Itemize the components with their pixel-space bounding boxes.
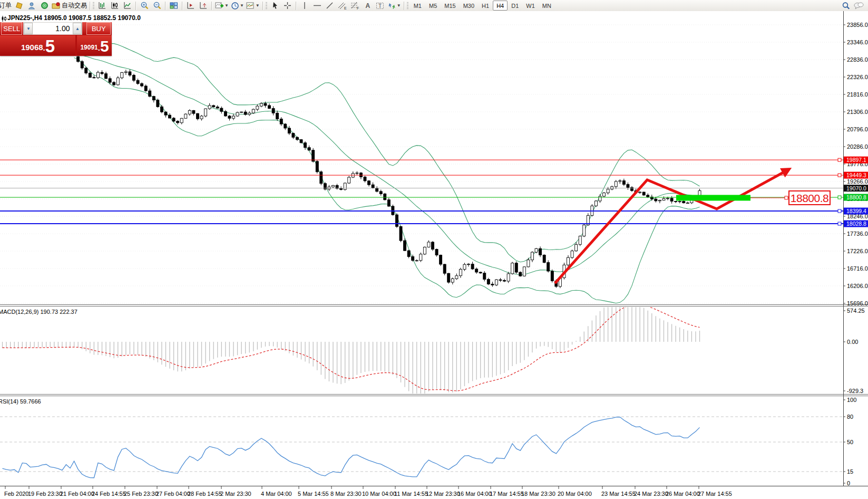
clock-icon bbox=[231, 2, 239, 10]
chat-button[interactable] bbox=[852, 1, 865, 11]
chart-shift-button[interactable] bbox=[197, 1, 210, 11]
buy-price-big-digit: 5 bbox=[100, 39, 109, 54]
zoom-in-icon bbox=[140, 2, 149, 10]
svg-text:20796.0: 20796.0 bbox=[847, 126, 868, 132]
svg-text:21 Feb 04:00: 21 Feb 04:00 bbox=[60, 491, 94, 497]
arrows-icon bbox=[388, 2, 396, 9]
svg-text:-929.3: -929.3 bbox=[847, 388, 863, 394]
channel-tool-button[interactable]: E bbox=[336, 1, 349, 11]
dropdown-caret-icon: ▼ bbox=[256, 3, 260, 8]
svg-text:2 Mar 23:30: 2 Mar 23:30 bbox=[220, 491, 251, 497]
svg-text:27 Feb 04:00: 27 Feb 04:00 bbox=[156, 491, 190, 497]
market-watch-button[interactable] bbox=[13, 1, 25, 11]
trend-forecast-arrow[interactable] bbox=[555, 169, 789, 283]
level-lines[interactable] bbox=[0, 160, 843, 224]
text-tool-button[interactable]: A bbox=[362, 1, 374, 11]
horizontal-line-tool-button[interactable] bbox=[311, 1, 324, 11]
toolbar-separator bbox=[165, 2, 166, 10]
svg-text:19897.1: 19897.1 bbox=[846, 157, 866, 163]
main-toolbar: 订单 自动交易 bbox=[0, 0, 868, 12]
toolbar-grip bbox=[407, 2, 408, 9]
main-grid bbox=[0, 25, 843, 303]
arrows-tool-button[interactable]: ▼ bbox=[387, 1, 402, 11]
volume-increase-button[interactable]: ▲ bbox=[73, 23, 82, 34]
bar-chart-mode-button[interactable] bbox=[96, 1, 109, 11]
search-button[interactable] bbox=[840, 1, 852, 11]
svg-text:Feb 2020: Feb 2020 bbox=[4, 491, 28, 497]
svg-text:18800.8: 18800.8 bbox=[846, 194, 866, 200]
crosshair-tool-button[interactable] bbox=[281, 1, 294, 11]
new-order-button[interactable]: 订单 bbox=[0, 1, 13, 11]
timeframe-button-w1[interactable]: W1 bbox=[522, 1, 539, 11]
sell-button[interactable]: SELL bbox=[1, 22, 22, 35]
support-zone-bar[interactable] bbox=[676, 195, 750, 201]
timeframe-button-mn[interactable]: MN bbox=[539, 1, 555, 11]
zoom-in-button[interactable] bbox=[138, 1, 151, 11]
radar-icon bbox=[41, 2, 48, 9]
macd-indicator-label: MACD(12,26,9) 190.73 222.37 bbox=[0, 309, 77, 315]
timeframe-button-h4[interactable]: H4 bbox=[493, 1, 508, 11]
chart-canvas[interactable]: 23856.023346.022836.022326.021816.021306… bbox=[0, 11, 868, 499]
trendline-icon bbox=[326, 2, 334, 9]
svg-text:23856.0: 23856.0 bbox=[847, 22, 868, 28]
bar-chart-icon bbox=[98, 2, 106, 9]
auto-scroll-button[interactable] bbox=[184, 1, 197, 11]
autotrade-icon bbox=[52, 2, 60, 9]
chart-region[interactable]: 23856.023346.022836.022326.021816.021306… bbox=[0, 11, 868, 499]
line-chart-mode-button[interactable] bbox=[121, 1, 134, 11]
buy-price-box[interactable]: 19091.5 bbox=[77, 35, 112, 55]
sell-price-box[interactable]: 19068.5 bbox=[0, 35, 75, 55]
rsi-panel bbox=[0, 417, 843, 478]
fibo-letter: F bbox=[357, 6, 359, 10]
line-chart-icon bbox=[123, 2, 132, 9]
autotrade-toggle-button[interactable]: 自动交易 bbox=[51, 1, 88, 11]
timeframe-button-m1[interactable]: M1 bbox=[410, 1, 425, 11]
svg-text:4 Mar 04:00: 4 Mar 04:00 bbox=[261, 491, 292, 497]
volume-decrease-button[interactable]: ▼ bbox=[24, 23, 33, 34]
tile-windows-icon bbox=[170, 2, 178, 9]
svg-text:17 Mar 14:55: 17 Mar 14:55 bbox=[490, 491, 524, 497]
volume-input[interactable]: 1.00 bbox=[33, 23, 73, 34]
label-tool-button[interactable]: T bbox=[374, 1, 387, 11]
add-indicator-button[interactable]: ▼ bbox=[214, 1, 230, 11]
timeframe-toolbar: M1M5M15M30H1H4D1W1MN bbox=[410, 1, 555, 11]
svg-text:19266.0: 19266.0 bbox=[847, 178, 868, 185]
svg-text:21306.0: 21306.0 bbox=[847, 109, 868, 115]
svg-text:26 Mar 04:00: 26 Mar 04:00 bbox=[666, 491, 700, 497]
big-price-label[interactable]: 18800.8 bbox=[789, 191, 830, 205]
time-axis[interactable]: Feb 202019 Feb 23:3021 Feb 04:0024 Feb 1… bbox=[4, 486, 732, 497]
periods-button[interactable]: ▼ bbox=[230, 1, 245, 11]
svg-text:27 Mar 14:55: 27 Mar 14:55 bbox=[698, 491, 732, 497]
svg-text:24 Feb 14:55: 24 Feb 14:55 bbox=[92, 491, 126, 497]
zoom-out-button[interactable] bbox=[151, 1, 163, 11]
vertical-line-tool-button[interactable] bbox=[298, 1, 311, 11]
buy-button[interactable]: BUY bbox=[86, 22, 111, 35]
price-axis[interactable]: 23856.023346.022836.022326.021816.021306… bbox=[838, 22, 868, 486]
candlestick-chart-icon bbox=[111, 2, 119, 9]
candle-chart-mode-button[interactable] bbox=[109, 1, 121, 11]
zoom-out-icon bbox=[153, 2, 162, 10]
svg-text:17736.0: 17736.0 bbox=[847, 231, 868, 237]
timeframe-button-h1[interactable]: H1 bbox=[478, 1, 493, 11]
timeframe-button-m15[interactable]: M15 bbox=[441, 1, 459, 11]
cursor-tool-button[interactable] bbox=[269, 1, 281, 11]
buy-price-main: 19091 bbox=[80, 41, 97, 54]
timeframe-button-m30[interactable]: M30 bbox=[460, 1, 478, 11]
tile-windows-button[interactable] bbox=[168, 1, 180, 11]
timeframe-button-m5[interactable]: M5 bbox=[425, 1, 441, 11]
toolbar-grip bbox=[266, 2, 267, 9]
svg-text:574.25: 574.25 bbox=[847, 308, 865, 314]
signals-button[interactable] bbox=[38, 1, 51, 11]
template-button[interactable]: ▼ bbox=[245, 1, 261, 11]
macd-panel bbox=[3, 299, 700, 397]
fibonacci-tool-button[interactable]: F bbox=[349, 1, 362, 11]
label-letter: T bbox=[378, 3, 382, 9]
candles-layer bbox=[77, 55, 701, 288]
new-order-label: 订单 bbox=[0, 1, 12, 10]
trendline-tool-button[interactable] bbox=[324, 1, 336, 11]
sell-price-big-digit: 5 bbox=[45, 39, 54, 54]
timeframe-button-d1[interactable]: D1 bbox=[508, 1, 522, 11]
trade-buttons-row: SELL ▼ 1.00 ▲ BUY bbox=[0, 22, 112, 35]
accounts-button[interactable] bbox=[25, 1, 38, 11]
toolbar-grip bbox=[93, 2, 94, 9]
